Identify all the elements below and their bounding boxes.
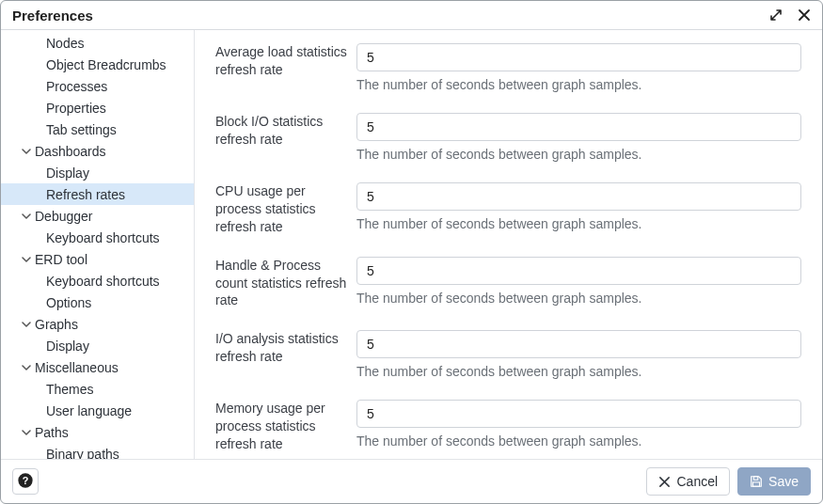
tree-item[interactable]: Tab settings — [1, 118, 194, 140]
tree-item-label: ERD tool — [35, 252, 87, 267]
tree-item-label: Properties — [46, 101, 106, 116]
tree-item[interactable]: Nodes — [1, 32, 194, 54]
setting-label: Memory usage per process statistics refr… — [215, 400, 356, 453]
tree-item[interactable]: Display — [1, 335, 194, 356]
dialog-footer: ? Cancel Save — [1, 459, 822, 503]
tree-item[interactable]: Display — [1, 162, 194, 183]
tree-item[interactable]: Binary paths — [1, 443, 194, 459]
tree-item[interactable]: Keyboard shortcuts — [1, 270, 194, 291]
setting-label: I/O analysis statistics refresh rate — [215, 330, 356, 366]
setting-label: Block I/O statistics refresh rate — [215, 113, 356, 149]
setting-control: The number of seconds between graph samp… — [356, 257, 801, 306]
setting-help: The number of seconds between graph samp… — [356, 216, 801, 231]
chevron-down-icon — [20, 320, 33, 329]
tree-item-label: Processes — [46, 79, 107, 94]
setting-row: Average load statistics refresh rateThe … — [215, 43, 801, 92]
setting-control: The number of seconds between graph samp… — [356, 43, 801, 92]
maximize-icon[interactable] — [768, 7, 784, 24]
tree-item-label: Options — [46, 295, 91, 310]
svg-rect-2 — [753, 477, 757, 480]
tree-item-label: Paths — [35, 425, 69, 440]
setting-row: I/O analysis statistics refresh rateThe … — [215, 330, 801, 379]
svg-text:?: ? — [23, 474, 29, 485]
setting-row: Handle & Process count statistics refres… — [215, 257, 801, 310]
preferences-dialog: Preferences NodesObject BreadcrumbsProce… — [0, 0, 823, 504]
chevron-down-icon — [20, 363, 33, 372]
setting-label: Handle & Process count statistics refres… — [215, 257, 356, 310]
setting-help: The number of seconds between graph samp… — [356, 433, 801, 449]
tree-item[interactable]: Options — [1, 291, 194, 313]
tree-item[interactable]: Graphs — [1, 313, 194, 335]
tree-item-label: Display — [46, 339, 89, 354]
setting-input[interactable] — [356, 330, 801, 358]
tree-item-label: Dashboards — [35, 144, 106, 159]
save-button[interactable]: Save — [737, 467, 811, 496]
help-icon: ? — [17, 472, 34, 492]
tree-item[interactable]: Properties — [1, 97, 194, 118]
tree-item[interactable]: Refresh rates — [1, 183, 194, 205]
chevron-down-icon — [20, 255, 33, 264]
tree-item-label: Refresh rates — [46, 187, 125, 202]
header-icons — [768, 7, 813, 24]
setting-row: Block I/O statistics refresh rateThe num… — [215, 113, 801, 162]
setting-input[interactable] — [356, 257, 801, 285]
setting-help: The number of seconds between graph samp… — [356, 291, 801, 306]
tree-item-label: Keyboard shortcuts — [46, 230, 160, 245]
tree-item-label: Graphs — [35, 317, 78, 332]
tree-item-label: Object Breadcrumbs — [46, 57, 166, 72]
tree-item-label: Themes — [46, 382, 94, 397]
tree-item[interactable]: Object Breadcrumbs — [1, 54, 194, 75]
chevron-down-icon — [20, 428, 33, 437]
tree-item-label: Debugger — [35, 209, 93, 224]
cancel-button[interactable]: Cancel — [646, 467, 730, 496]
sidebar-tree[interactable]: NodesObject BreadcrumbsProcessesProperti… — [1, 30, 195, 459]
setting-input[interactable] — [356, 113, 801, 141]
tree-item-label: Binary paths — [46, 447, 119, 460]
dialog-title: Preferences — [12, 8, 93, 24]
setting-row: CPU usage per process statistics refresh… — [215, 182, 801, 236]
setting-control: The number of seconds between graph samp… — [356, 400, 801, 449]
help-button[interactable]: ? — [12, 468, 39, 495]
tree-item-label: Tab settings — [46, 122, 117, 137]
close-icon[interactable] — [796, 7, 813, 24]
setting-help: The number of seconds between graph samp… — [356, 147, 801, 162]
tree-item-label: User language — [46, 403, 132, 418]
tree-item[interactable]: User language — [1, 400, 194, 421]
tree-item-label: Keyboard shortcuts — [46, 274, 160, 289]
save-icon — [750, 475, 763, 488]
chevron-down-icon — [20, 212, 33, 221]
svg-rect-3 — [753, 482, 760, 486]
setting-label: Average load statistics refresh rate — [215, 43, 356, 79]
setting-label: CPU usage per process statistics refresh… — [215, 182, 356, 236]
dialog-header: Preferences — [1, 1, 822, 30]
footer-buttons: Cancel Save — [646, 467, 811, 496]
tree-item[interactable]: Themes — [1, 378, 194, 400]
setting-control: The number of seconds between graph samp… — [356, 113, 801, 162]
save-label: Save — [768, 474, 799, 489]
setting-input[interactable] — [356, 182, 801, 211]
setting-control: The number of seconds between graph samp… — [356, 182, 801, 231]
tree-item[interactable]: Processes — [1, 75, 194, 97]
tree-item[interactable]: Debugger — [1, 205, 194, 227]
chevron-down-icon — [20, 147, 33, 156]
tree-item[interactable]: Keyboard shortcuts — [1, 227, 194, 248]
setting-input[interactable] — [356, 400, 801, 428]
setting-row: Memory usage per process statistics refr… — [215, 400, 801, 453]
cancel-label: Cancel — [676, 474, 718, 489]
setting-control: The number of seconds between graph samp… — [356, 330, 801, 379]
dialog-body: NodesObject BreadcrumbsProcessesProperti… — [1, 30, 822, 459]
settings-content[interactable]: Average load statistics refresh rateThe … — [195, 30, 822, 459]
tree-item[interactable]: ERD tool — [1, 248, 194, 270]
setting-help: The number of seconds between graph samp… — [356, 364, 801, 379]
setting-help: The number of seconds between graph samp… — [356, 77, 801, 92]
tree-item[interactable]: Miscellaneous — [1, 356, 194, 378]
tree-item[interactable]: Paths — [1, 421, 194, 443]
tree-item-label: Nodes — [46, 36, 84, 51]
tree-item[interactable]: Dashboards — [1, 140, 194, 162]
tree-item-label: Display — [46, 165, 89, 181]
tree-item-label: Miscellaneous — [35, 360, 119, 375]
setting-input[interactable] — [356, 43, 801, 71]
close-icon — [658, 476, 671, 488]
